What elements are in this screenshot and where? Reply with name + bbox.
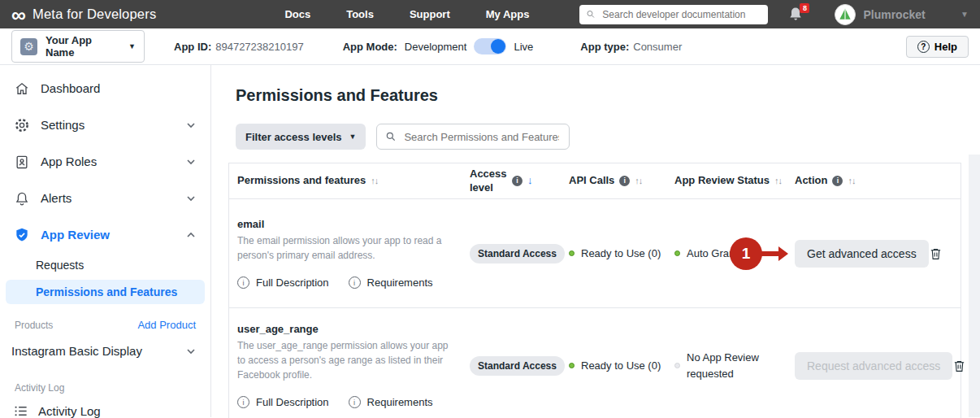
nav-my-apps[interactable]: My Apps: [486, 8, 530, 20]
sidebar-item-label: Dashboard: [41, 81, 100, 95]
chevron-down-icon: ▼: [349, 133, 357, 141]
info-outline-icon: i: [237, 396, 249, 408]
avatar: [835, 4, 856, 25]
sidebar-item-app-review[interactable]: App Review: [0, 216, 210, 253]
table-controls: Filter access levels ▼: [236, 124, 980, 150]
brand-title: Meta for Developers: [33, 7, 156, 22]
bell-icon: [13, 190, 31, 207]
home-icon: [13, 81, 31, 97]
products-section: Products Add Product: [0, 307, 210, 336]
permission-name: user_age_range: [237, 323, 458, 335]
meta-logo-icon: ∞: [11, 7, 26, 23]
sidebar-item-app-roles[interactable]: App Roles: [0, 143, 210, 180]
api-calls-cell: Ready to Use (0): [569, 246, 674, 262]
nav-docs[interactable]: Docs: [284, 8, 310, 20]
column-label: Access level: [470, 168, 507, 194]
requirements-link[interactable]: i Requirements: [349, 276, 433, 289]
request-advanced-access-button[interactable]: Request advanced access: [795, 352, 952, 380]
sort-both-icon[interactable]: ↑↓: [848, 176, 855, 187]
info-outline-icon: i: [237, 276, 249, 289]
full-description-link[interactable]: i Full Description: [237, 276, 329, 289]
sidebar-subitem-requests[interactable]: Requests: [0, 253, 210, 277]
link-label: Full Description: [256, 276, 329, 289]
permission-cell: user_age_range The user_age_range permis…: [229, 308, 470, 418]
sidebar-item-activity-log[interactable]: Activity Log: [0, 395, 210, 418]
column-label: Action: [795, 174, 827, 187]
green-status-dot: [674, 250, 680, 256]
question-icon: ?: [917, 41, 930, 53]
live-mode-toggle[interactable]: [474, 38, 506, 54]
info-outline-icon: i: [349, 276, 361, 289]
user-menu[interactable]: Plumrocket: [835, 4, 925, 25]
column-app-review-status: App Review Status ↑↓: [674, 174, 795, 187]
sort-both-icon[interactable]: ↑↓: [371, 176, 378, 187]
api-calls-cell: Ready to Use (0): [569, 358, 674, 374]
sort-down-active-icon[interactable]: ↓: [527, 174, 533, 187]
main-content: Permissions and Features Filter access l…: [211, 65, 980, 417]
table-header: Permissions and features ↑↓ Access level…: [229, 163, 960, 199]
info-icon[interactable]: i: [512, 176, 523, 186]
access-level-badge: Standard Access: [470, 244, 565, 263]
app-id-label: App ID:: [174, 41, 211, 53]
filter-button-label: Filter access levels: [245, 131, 342, 143]
sidebar-item-alerts[interactable]: Alerts: [0, 180, 210, 216]
permission-name: email: [237, 218, 458, 230]
sort-both-icon[interactable]: ↑↓: [774, 176, 782, 187]
trash-icon: [952, 359, 966, 373]
info-icon[interactable]: i: [832, 176, 843, 186]
app-mode-development: Development: [405, 41, 467, 53]
permission-links: i Full Description i Requirements: [237, 276, 458, 289]
review-status-cell: No App Review requested: [674, 350, 795, 381]
toggle-knob: [491, 39, 505, 54]
app-context-bar: ⚙ Your App Name ▼ App ID: 89472723821019…: [0, 28, 980, 65]
access-level-badge: Standard Access: [470, 356, 565, 376]
step-annotation: 1: [730, 237, 788, 270]
gear-icon: [13, 117, 31, 133]
notifications-button[interactable]: 8: [787, 6, 805, 24]
link-label: Requirements: [367, 276, 433, 289]
help-button[interactable]: ? Help: [906, 36, 969, 58]
filter-access-levels-button[interactable]: Filter access levels ▼: [236, 124, 366, 150]
account-chevron-down-icon[interactable]: ▼: [960, 10, 969, 19]
help-label: Help: [934, 41, 957, 53]
app-selector-label: Your App Name: [46, 34, 120, 59]
app-selector-dropdown[interactable]: ⚙ Your App Name ▼: [11, 30, 145, 63]
link-label: Full Description: [256, 396, 329, 408]
requirements-link[interactable]: i Requirements: [349, 396, 433, 408]
permissions-search-input[interactable]: [402, 130, 561, 144]
sidebar-item-instagram-basic-display[interactable]: Instagram Basic Display: [0, 336, 210, 366]
nav-support[interactable]: Support: [410, 8, 450, 20]
delete-permission-button[interactable]: [929, 246, 943, 261]
sort-both-icon[interactable]: ↑↓: [635, 176, 642, 187]
global-search[interactable]: [579, 5, 768, 24]
get-advanced-access-button[interactable]: Get advanced access: [795, 240, 929, 268]
column-action: Action i ↑↓: [795, 174, 960, 187]
sidebar-item-settings[interactable]: Settings: [0, 107, 210, 143]
top-navigation-bar: ∞ Meta for Developers Docs Tools Support…: [0, 0, 980, 28]
products-label: Products: [15, 320, 53, 331]
app-icon: ⚙: [20, 38, 37, 55]
table-row: email The email permission allows your a…: [229, 199, 960, 308]
brand[interactable]: ∞ Meta for Developers: [11, 7, 156, 23]
nav-tools[interactable]: Tools: [346, 8, 374, 20]
plumrocket-logo-icon: [837, 7, 853, 23]
info-icon[interactable]: i: [619, 176, 630, 186]
delete-permission-button[interactable]: [952, 359, 966, 373]
sidebar: Dashboard Settings App Roles Alerts: [0, 65, 211, 417]
activity-log-label: Activity Log: [38, 404, 101, 418]
permission-links: i Full Description i Requirements: [237, 396, 458, 408]
full-description-link[interactable]: i Full Description: [237, 396, 329, 408]
app-type-value: Consumer: [633, 41, 682, 53]
permissions-search[interactable]: [376, 124, 570, 150]
add-product-link[interactable]: Add Product: [137, 319, 196, 331]
shield-check-icon: [13, 227, 31, 243]
sidebar-subitem-permissions-and-features[interactable]: Permissions and Features: [6, 280, 205, 304]
id-badge-icon: [13, 154, 31, 170]
chevron-down-icon: [186, 157, 196, 167]
info-outline-icon: i: [349, 396, 361, 408]
gray-status-dot: [674, 363, 680, 368]
sidebar-item-dashboard[interactable]: Dashboard: [0, 70, 210, 107]
global-search-input[interactable]: [601, 8, 761, 21]
user-name: Plumrocket: [863, 8, 925, 21]
search-icon: [385, 131, 397, 142]
